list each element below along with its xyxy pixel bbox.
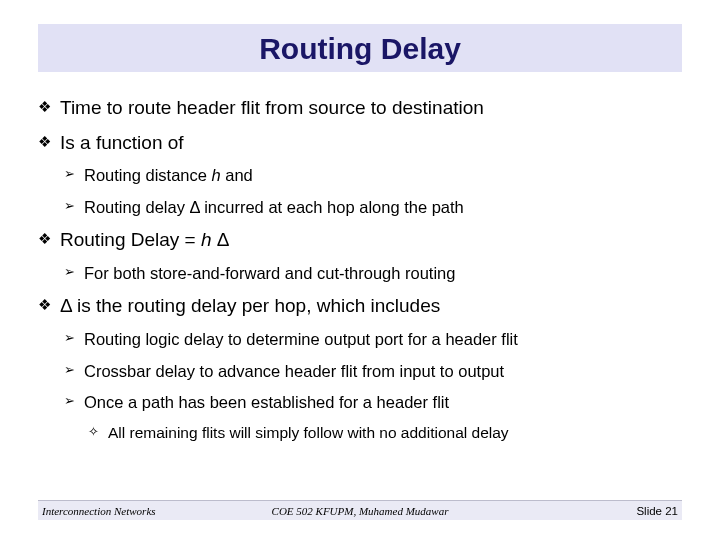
footer-left: Interconnection Networks — [42, 505, 254, 517]
footer-right: Slide 21 — [466, 505, 678, 517]
var-h: h — [201, 229, 212, 250]
bullet-4c: Once a path has been established for a h… — [64, 392, 682, 413]
bullet-2b: Routing delay Δ incurred at each hop alo… — [64, 197, 682, 218]
slide-title: Routing Delay — [38, 32, 682, 66]
bullet-2: Is a function of — [38, 131, 682, 156]
footer: Interconnection Networks COE 502 KFUPM, … — [0, 500, 720, 520]
bullet-4a: Routing logic delay to determine output … — [64, 329, 682, 350]
text: Routing distance — [84, 166, 212, 184]
footer-bar: Interconnection Networks COE 502 KFUPM, … — [38, 500, 682, 520]
var-h: h — [212, 166, 221, 184]
bullet-3a: For both store-and-forward and cut-throu… — [64, 263, 682, 284]
title-bar: Routing Delay — [38, 24, 682, 72]
footer-mid: COE 502 KFUPM, Muhamed Mudawar — [254, 505, 466, 517]
text: Routing Delay = — [60, 229, 201, 250]
bullet-4b: Crossbar delay to advance header flit fr… — [64, 361, 682, 382]
text: and — [221, 166, 253, 184]
bullet-4: Δ is the routing delay per hop, which in… — [38, 294, 682, 319]
bullet-2a: Routing distance h and — [64, 165, 682, 186]
text: Δ — [212, 229, 230, 250]
slide-content: Time to route header flit from source to… — [0, 72, 720, 444]
bullet-4c1: All remaining flits will simply follow w… — [88, 423, 682, 443]
bullet-1: Time to route header flit from source to… — [38, 96, 682, 121]
bullet-3: Routing Delay = h Δ — [38, 228, 682, 253]
